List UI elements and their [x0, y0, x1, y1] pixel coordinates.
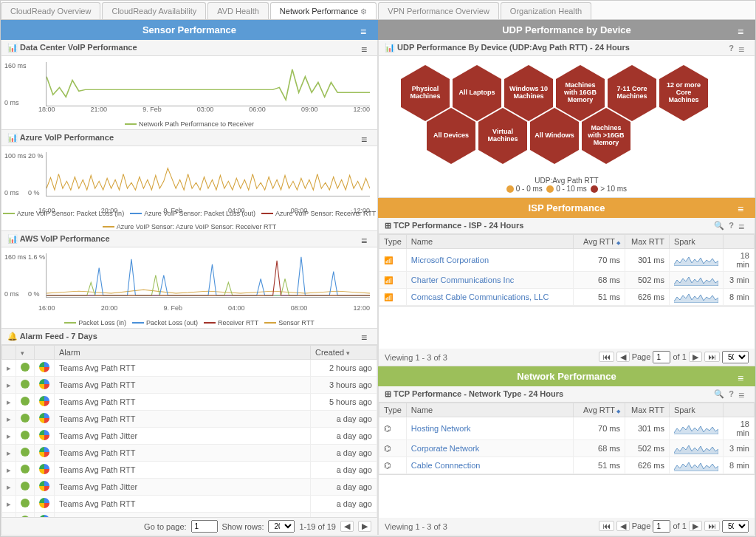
table-row[interactable]: ▸Teams Avg Path RTTa day ago: [2, 513, 377, 519]
tab-cloudready-availability[interactable]: CloudReady Availability: [102, 2, 206, 19]
page-input[interactable]: [653, 351, 670, 363]
menu-icon[interactable]: [738, 372, 748, 381]
row-name-link[interactable]: Charter Communications Inc: [411, 276, 514, 284]
menu-icon[interactable]: [361, 235, 371, 244]
next-button[interactable]: ▶: [689, 352, 702, 362]
page-input[interactable]: [653, 520, 670, 533]
tab-avd-health[interactable]: AVD Health: [207, 2, 269, 19]
expand-icon[interactable]: ▸: [2, 496, 16, 513]
expand-icon[interactable]: ▸: [2, 377, 16, 394]
hex-tile[interactable]: All Devices: [427, 108, 475, 164]
menu-icon[interactable]: [738, 221, 749, 230]
next-button[interactable]: ▶: [358, 521, 371, 532]
search-icon[interactable]: 🔍: [714, 221, 724, 230]
search-icon[interactable]: 🔍: [714, 389, 724, 399]
filter-icon[interactable]: [346, 348, 350, 357]
status-dot: [21, 482, 30, 490]
prev-button[interactable]: ◀: [616, 521, 630, 531]
help-icon[interactable]: ?: [729, 389, 734, 399]
hex-tile[interactable]: All Laptops: [453, 65, 501, 121]
hex-tile[interactable]: Windows 10 Machines: [504, 65, 553, 121]
table-row[interactable]: Cable Connnection51 ms626 ms8 min: [379, 457, 755, 474]
row-name-link[interactable]: Hosting Network: [411, 424, 471, 433]
help-icon[interactable]: ?: [729, 221, 734, 230]
expand-icon[interactable]: ▸: [2, 445, 16, 462]
expand-icon[interactable]: ▸: [2, 428, 16, 445]
app-icon: [39, 430, 49, 440]
row-name-link[interactable]: Corporate Network: [411, 444, 479, 453]
hex-tile[interactable]: Virtual Machines: [478, 108, 527, 164]
type-icon: [384, 461, 391, 470]
rows-select[interactable]: 50: [722, 351, 749, 363]
alarm-name: Teams Avg Path Jitter: [55, 479, 311, 496]
isp-pager: Viewing 1 - 3 of 3 ⏮ ◀ Page of 1 ▶ ⏭ 50: [378, 349, 755, 366]
spark-cell: [670, 440, 724, 457]
app-icon: [39, 481, 49, 491]
expand-icon[interactable]: ▸: [2, 394, 16, 411]
filter-icon[interactable]: [21, 348, 24, 357]
table-row[interactable]: ▸Teams Avg Path RTT3 hours ago: [2, 377, 377, 394]
max-rtt: 502 ms: [625, 440, 670, 457]
table-row[interactable]: ▸Teams Avg Path RTTa day ago: [2, 411, 377, 428]
row-name-link[interactable]: Comcast Cable Communications, LLC: [411, 293, 549, 301]
expand-icon[interactable]: ▸: [2, 360, 16, 377]
last-button[interactable]: ⏭: [704, 521, 720, 531]
expand-icon[interactable]: ▸: [2, 462, 16, 479]
menu-icon[interactable]: [738, 44, 749, 52]
first-button[interactable]: ⏮: [599, 352, 614, 362]
table-row[interactable]: ▸Teams Avg Path RTT2 hours ago: [2, 360, 377, 377]
table-row[interactable]: Charter Communications Inc68 ms502 ms3 m…: [379, 271, 755, 288]
table-row[interactable]: Hosting Network70 ms301 ms18 min: [379, 417, 755, 440]
menu-icon[interactable]: [738, 26, 748, 35]
alarm-table-wrap[interactable]: Alarm Created ▸Teams Avg Path RTT2 hours…: [1, 345, 378, 518]
menu-icon[interactable]: [360, 26, 371, 35]
hex-tile[interactable]: Physical Machines: [401, 65, 450, 121]
table-row[interactable]: ▸Teams Avg Path RTTa day ago: [2, 445, 377, 462]
table-row[interactable]: ▸Teams Avg Path RTTa day ago: [2, 462, 377, 479]
first-button[interactable]: ⏮: [599, 521, 614, 531]
hex-tile[interactable]: 12 or more Core Machines: [659, 65, 708, 121]
menu-icon[interactable]: [361, 134, 371, 143]
left-column: Sensor Performance 📊 Data Center VoIP Pe…: [1, 20, 378, 536]
expand-icon[interactable]: ▸: [2, 479, 16, 496]
table-row[interactable]: Comcast Cable Communications, LLC51 ms62…: [379, 288, 755, 305]
row-name-link[interactable]: Microsoft Corporation: [411, 256, 489, 264]
menu-icon[interactable]: [738, 389, 749, 398]
hex-tile[interactable]: All Windows: [530, 108, 579, 164]
next-button[interactable]: ▶: [689, 521, 702, 531]
status-dot: [21, 448, 30, 456]
table-row[interactable]: ▸Teams Avg Path Jittera day ago: [2, 479, 377, 496]
alarm-name: Teams Avg Path RTT: [55, 360, 311, 377]
avg-rtt: 51 ms: [574, 457, 625, 474]
row-name-link[interactable]: Cable Connnection: [411, 461, 481, 470]
menu-icon[interactable]: [361, 44, 371, 52]
hex-tile[interactable]: Machines with >16GB Memory: [582, 108, 630, 164]
alarm-name: Teams Avg Path Jitter: [55, 428, 311, 445]
help-icon[interactable]: ?: [729, 44, 734, 52]
expand-icon[interactable]: ▸: [2, 411, 16, 428]
menu-icon[interactable]: [738, 203, 748, 212]
gear-icon[interactable]: [360, 7, 367, 16]
table-row[interactable]: Corporate Network68 ms502 ms3 min: [379, 440, 755, 457]
table-row[interactable]: Microsoft Corporation70 ms301 ms18 min: [379, 248, 755, 271]
tab-vpn-performance[interactable]: VPN Performance Overview: [378, 2, 499, 19]
hex-tile[interactable]: Machines with 16GB Memory: [556, 65, 605, 121]
prev-button[interactable]: ◀: [340, 521, 354, 532]
table-row[interactable]: ▸Teams Avg Path Jittera day ago: [2, 428, 377, 445]
goto-page-input[interactable]: [191, 520, 218, 533]
rows-select[interactable]: 50: [722, 520, 749, 533]
show-rows-select[interactable]: 20: [268, 520, 295, 533]
tab-network-performance[interactable]: Network Performance: [270, 2, 377, 19]
duration: 18 min: [724, 417, 755, 440]
menu-icon[interactable]: [361, 332, 371, 341]
table-row[interactable]: ▸Teams Avg Path RTT5 hours ago: [2, 394, 377, 411]
tab-cloudready-overview[interactable]: CloudReady Overview: [1, 2, 100, 19]
prev-button[interactable]: ◀: [616, 352, 630, 362]
tab-org-health[interactable]: Organization Health: [501, 2, 591, 19]
table-row[interactable]: ▸Teams Avg Path RTTa day ago: [2, 496, 377, 513]
hex-tile[interactable]: 7-11 Core Machines: [608, 65, 656, 121]
tab-bar: CloudReady Overview CloudReady Availabil…: [1, 1, 755, 20]
panel-azure-voip: 📊 Azure VoIP Performance: [1, 130, 378, 146]
expand-icon[interactable]: ▸: [2, 513, 16, 519]
last-button[interactable]: ⏭: [704, 352, 720, 362]
